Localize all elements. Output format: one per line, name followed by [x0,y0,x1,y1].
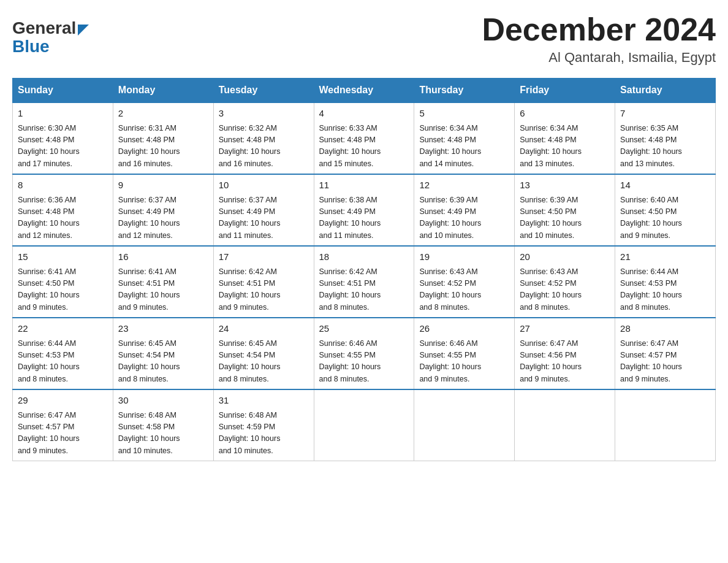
calendar-cell: 28Sunrise: 6:47 AMSunset: 4:57 PMDayligh… [615,318,716,389]
calendar-cell: 26Sunrise: 6:46 AMSunset: 4:55 PMDayligh… [414,318,515,389]
calendar-cell [515,389,615,461]
calendar-cell: 20Sunrise: 6:43 AMSunset: 4:52 PMDayligh… [515,246,615,318]
calendar-cell: 9Sunrise: 6:37 AMSunset: 4:49 PMDaylight… [113,174,213,246]
calendar-cell: 18Sunrise: 6:42 AMSunset: 4:51 PMDayligh… [314,246,414,318]
day-info: Sunrise: 6:35 AMSunset: 4:48 PMDaylight:… [620,123,710,170]
calendar-cell: 17Sunrise: 6:42 AMSunset: 4:51 PMDayligh… [213,246,314,318]
day-info: Sunrise: 6:47 AMSunset: 4:57 PMDaylight:… [18,410,108,458]
calendar-week-3: 15Sunrise: 6:41 AMSunset: 4:50 PMDayligh… [13,246,716,318]
calendar-cell: 14Sunrise: 6:40 AMSunset: 4:50 PMDayligh… [615,174,716,246]
calendar-cell: 24Sunrise: 6:45 AMSunset: 4:54 PMDayligh… [213,318,314,389]
day-number: 2 [118,107,208,121]
day-info: Sunrise: 6:41 AMSunset: 4:51 PMDaylight:… [118,266,208,314]
day-info: Sunrise: 6:37 AMSunset: 4:49 PMDaylight:… [118,194,208,242]
calendar-cell: 2Sunrise: 6:31 AMSunset: 4:48 PMDaylight… [113,102,213,174]
day-number: 6 [520,107,610,121]
day-info: Sunrise: 6:44 AMSunset: 4:53 PMDaylight:… [620,266,710,314]
calendar-body: 1Sunrise: 6:30 AMSunset: 4:48 PMDaylight… [13,102,716,461]
day-number: 22 [18,322,108,336]
day-number: 24 [219,322,309,336]
day-info: Sunrise: 6:34 AMSunset: 4:48 PMDaylight:… [520,123,610,170]
day-number: 14 [620,178,710,193]
calendar-cell: 25Sunrise: 6:46 AMSunset: 4:55 PMDayligh… [314,318,414,389]
day-number: 20 [520,250,610,264]
calendar-cell: 8Sunrise: 6:36 AMSunset: 4:48 PMDaylight… [13,174,113,246]
calendar-cell: 13Sunrise: 6:39 AMSunset: 4:50 PMDayligh… [515,174,615,246]
calendar-week-5: 29Sunrise: 6:47 AMSunset: 4:57 PMDayligh… [13,389,716,461]
day-number: 4 [319,107,409,121]
day-info: Sunrise: 6:42 AMSunset: 4:51 PMDaylight:… [319,266,409,314]
day-info: Sunrise: 6:33 AMSunset: 4:48 PMDaylight:… [319,123,409,170]
calendar-title: December 2024 [482,12,716,47]
day-number: 27 [520,322,610,336]
day-info: Sunrise: 6:46 AMSunset: 4:55 PMDaylight:… [319,338,409,386]
day-info: Sunrise: 6:45 AMSunset: 4:54 PMDaylight:… [219,338,309,386]
day-info: Sunrise: 6:47 AMSunset: 4:56 PMDaylight:… [520,338,610,386]
day-info: Sunrise: 6:30 AMSunset: 4:48 PMDaylight:… [18,123,108,170]
day-info: Sunrise: 6:45 AMSunset: 4:54 PMDaylight:… [118,338,208,386]
day-number: 23 [118,322,208,336]
calendar-cell: 3Sunrise: 6:32 AMSunset: 4:48 PMDaylight… [213,102,314,174]
day-info: Sunrise: 6:39 AMSunset: 4:50 PMDaylight:… [520,194,610,242]
calendar-cell [314,389,414,461]
header-sunday: Sunday [13,79,113,103]
day-info: Sunrise: 6:34 AMSunset: 4:48 PMDaylight:… [419,123,509,170]
day-info: Sunrise: 6:40 AMSunset: 4:50 PMDaylight:… [620,194,710,242]
day-number: 17 [219,250,309,264]
calendar-week-4: 22Sunrise: 6:44 AMSunset: 4:53 PMDayligh… [13,318,716,389]
day-number: 25 [319,322,409,336]
day-number: 11 [319,178,409,193]
day-number: 21 [620,250,710,264]
calendar-cell: 6Sunrise: 6:34 AMSunset: 4:48 PMDaylight… [515,102,615,174]
calendar-cell: 29Sunrise: 6:47 AMSunset: 4:57 PMDayligh… [13,389,113,461]
day-info: Sunrise: 6:46 AMSunset: 4:55 PMDaylight:… [419,338,509,386]
calendar-cell: 11Sunrise: 6:38 AMSunset: 4:49 PMDayligh… [314,174,414,246]
page-header: General Blue December 2024 Al Qantarah, … [12,12,716,66]
calendar-cell: 4Sunrise: 6:33 AMSunset: 4:48 PMDaylight… [314,102,414,174]
header-monday: Monday [113,79,213,103]
calendar-header: SundayMondayTuesdayWednesdayThursdayFrid… [13,79,716,103]
day-info: Sunrise: 6:39 AMSunset: 4:49 PMDaylight:… [419,194,509,242]
day-number: 18 [319,250,409,264]
day-number: 19 [419,250,509,264]
day-info: Sunrise: 6:47 AMSunset: 4:57 PMDaylight:… [620,338,710,386]
day-info: Sunrise: 6:31 AMSunset: 4:48 PMDaylight:… [118,123,208,170]
logo: General Blue [12,12,89,61]
day-info: Sunrise: 6:44 AMSunset: 4:53 PMDaylight:… [18,338,108,386]
day-info: Sunrise: 6:43 AMSunset: 4:52 PMDaylight:… [520,266,610,314]
header-wednesday: Wednesday [314,79,414,103]
day-number: 30 [118,394,208,408]
calendar-week-1: 1Sunrise: 6:30 AMSunset: 4:48 PMDaylight… [13,102,716,174]
calendar-cell: 15Sunrise: 6:41 AMSunset: 4:50 PMDayligh… [13,246,113,318]
calendar-week-2: 8Sunrise: 6:36 AMSunset: 4:48 PMDaylight… [13,174,716,246]
calendar-table: SundayMondayTuesdayWednesdayThursdayFrid… [12,78,716,461]
day-number: 9 [118,178,208,193]
day-number: 12 [419,178,509,193]
header-thursday: Thursday [414,79,515,103]
day-number: 28 [620,322,710,336]
day-info: Sunrise: 6:32 AMSunset: 4:48 PMDaylight:… [219,123,309,170]
logo-blue: Blue [12,38,89,55]
day-info: Sunrise: 6:37 AMSunset: 4:49 PMDaylight:… [219,194,309,242]
title-area: December 2024 Al Qantarah, Ismailia, Egy… [482,12,716,66]
logo-general: General [12,18,76,38]
calendar-cell: 5Sunrise: 6:34 AMSunset: 4:48 PMDaylight… [414,102,515,174]
calendar-cell: 10Sunrise: 6:37 AMSunset: 4:49 PMDayligh… [213,174,314,246]
calendar-subtitle: Al Qantarah, Ismailia, Egypt [482,50,716,66]
calendar-cell: 30Sunrise: 6:48 AMSunset: 4:58 PMDayligh… [113,389,213,461]
day-info: Sunrise: 6:48 AMSunset: 4:58 PMDaylight:… [118,410,208,458]
day-number: 7 [620,107,710,121]
header-saturday: Saturday [615,79,716,103]
day-number: 16 [118,250,208,264]
calendar-cell: 31Sunrise: 6:48 AMSunset: 4:59 PMDayligh… [213,389,314,461]
day-number: 10 [219,178,309,193]
day-info: Sunrise: 6:43 AMSunset: 4:52 PMDaylight:… [419,266,509,314]
day-number: 15 [18,250,108,264]
day-info: Sunrise: 6:38 AMSunset: 4:49 PMDaylight:… [319,194,409,242]
calendar-cell [615,389,716,461]
day-number: 1 [18,107,108,121]
day-info: Sunrise: 6:42 AMSunset: 4:51 PMDaylight:… [219,266,309,314]
day-number: 5 [419,107,509,121]
day-number: 3 [219,107,309,121]
calendar-cell: 27Sunrise: 6:47 AMSunset: 4:56 PMDayligh… [515,318,615,389]
